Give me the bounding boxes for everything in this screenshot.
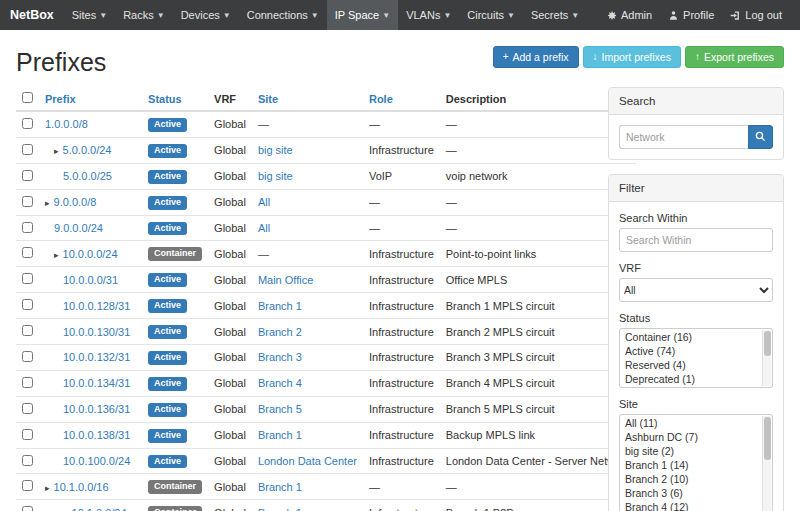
filter-option[interactable]: big site (2) (621, 444, 760, 458)
brand-logo[interactable]: NetBox (10, 0, 54, 30)
prefix-link[interactable]: 10.0.0.134/31 (63, 377, 130, 389)
prefix-link[interactable]: 10.0.0.0/24 (63, 248, 118, 260)
prefix-link[interactable]: 10.1.0.0/16 (54, 481, 109, 493)
import-prefixes-button[interactable]: ↓Import prefixes (583, 46, 681, 68)
filter-option[interactable]: All (11) (621, 416, 760, 430)
nav-item-circuits[interactable]: Circuits▼ (459, 0, 523, 30)
status-badge[interactable]: Active (148, 170, 187, 184)
row-checkbox[interactable] (22, 480, 33, 491)
site-link[interactable]: All (258, 196, 270, 208)
status-badge[interactable]: Active (148, 144, 187, 158)
status-badge[interactable]: Active (148, 351, 187, 365)
row-checkbox[interactable] (22, 351, 33, 362)
profile-link[interactable]: Profile (660, 0, 722, 30)
nav-item-ip-space[interactable]: IP Space▼ (327, 0, 398, 30)
nav-item-devices[interactable]: Devices▼ (173, 0, 239, 30)
site-filter-listbox[interactable]: All (11)Ashburn DC (7)big site (2)Branch… (619, 414, 773, 511)
filter-option[interactable]: Ashburn DC (7) (621, 430, 760, 444)
filter-option[interactable]: Reserved (4) (621, 358, 760, 372)
scrollbar[interactable] (762, 416, 771, 511)
prefix-link[interactable]: 10.0.0.132/31 (63, 351, 130, 363)
row-checkbox[interactable] (22, 144, 33, 155)
site-link[interactable]: Branch 5 (258, 403, 302, 415)
search-input[interactable] (619, 125, 748, 149)
site-link[interactable]: Branch 3 (258, 351, 302, 363)
status-badge[interactable]: Active (148, 299, 187, 313)
filter-option[interactable]: Container (16) (621, 330, 760, 344)
vrf-select[interactable]: All (619, 278, 773, 302)
row-checkbox[interactable] (22, 455, 33, 466)
site-link[interactable]: Branch 4 (258, 377, 302, 389)
row-checkbox[interactable] (22, 222, 33, 233)
row-checkbox[interactable] (22, 170, 33, 181)
search-within-input[interactable] (619, 228, 773, 252)
row-checkbox[interactable] (22, 118, 33, 129)
row-checkbox[interactable] (22, 403, 33, 414)
row-checkbox[interactable] (22, 506, 33, 511)
prefix-link[interactable]: 9.0.0.0/8 (54, 196, 97, 208)
filter-option[interactable]: Branch 3 (6) (621, 486, 760, 500)
status-badge[interactable]: Container (148, 247, 202, 261)
status-badge[interactable]: Container (148, 506, 202, 511)
prefix-link[interactable]: 5.0.0.0/25 (63, 170, 112, 182)
expand-icon[interactable]: ▸ (45, 198, 50, 208)
status-badge[interactable]: Container (148, 480, 202, 494)
filter-option[interactable]: Deprecated (1) (621, 372, 760, 386)
status-badge[interactable]: Active (148, 273, 187, 287)
scrollbar[interactable] (762, 330, 771, 386)
add-prefix-button[interactable]: +Add a prefix (493, 46, 579, 68)
row-checkbox[interactable] (22, 247, 33, 258)
prefix-link[interactable]: 10.0.0.138/31 (63, 429, 130, 441)
prefix-link[interactable]: 1.0.0.0/8 (45, 118, 88, 130)
status-badge[interactable]: Active (148, 196, 187, 210)
nav-item-racks[interactable]: Racks▼ (115, 0, 172, 30)
filter-option[interactable]: Branch 1 (14) (621, 458, 760, 472)
status-badge[interactable]: Active (148, 118, 187, 132)
status-badge[interactable]: Active (148, 222, 187, 236)
row-checkbox[interactable] (22, 377, 33, 388)
prefix-link[interactable]: 10.0.0.136/31 (63, 403, 130, 415)
column-header-site[interactable]: Site (258, 93, 278, 105)
prefix-link[interactable]: 10.0.0.130/31 (63, 326, 130, 338)
row-checkbox[interactable] (22, 325, 33, 336)
site-link[interactable]: Main Office (258, 274, 313, 286)
expand-icon[interactable]: ▸ (45, 483, 50, 493)
prefix-link[interactable]: 10.0.0.128/31 (63, 300, 130, 312)
site-link[interactable]: Branch 1 (258, 481, 302, 493)
filter-option[interactable]: Branch 2 (10) (621, 472, 760, 486)
row-checkbox[interactable] (22, 273, 33, 284)
site-link[interactable]: Branch 1 (258, 507, 302, 511)
prefix-link[interactable]: 10.0.100.0/24 (63, 455, 130, 467)
site-link[interactable]: big site (258, 144, 293, 156)
prefix-link[interactable]: 10.0.0.0/31 (63, 274, 118, 286)
column-header-prefix[interactable]: Prefix (45, 93, 76, 105)
column-header-status[interactable]: Status (148, 93, 182, 105)
admin-link[interactable]: Admin (598, 0, 660, 30)
row-checkbox[interactable] (22, 429, 33, 440)
status-badge[interactable]: Active (148, 429, 187, 443)
expand-icon[interactable]: ▸ (54, 250, 59, 260)
status-filter-listbox[interactable]: Container (16)Active (74)Reserved (4)Dep… (619, 328, 773, 388)
site-link[interactable]: big site (258, 170, 293, 182)
select-all-checkbox[interactable] (22, 92, 33, 103)
nav-item-sites[interactable]: Sites▼ (64, 0, 115, 30)
prefix-link[interactable]: 9.0.0.0/24 (54, 222, 103, 234)
status-badge[interactable]: Active (148, 325, 187, 339)
nav-item-secrets[interactable]: Secrets▼ (523, 0, 587, 30)
site-link[interactable]: All (258, 222, 270, 234)
filter-option[interactable]: Branch 4 (12) (621, 500, 760, 511)
prefix-link[interactable]: 10.1.0.0/24 (72, 507, 127, 511)
site-link[interactable]: Branch 1 (258, 429, 302, 441)
status-badge[interactable]: Active (148, 403, 187, 417)
site-link[interactable]: Branch 1 (258, 300, 302, 312)
logout-link[interactable]: Log out (722, 0, 790, 30)
filter-option[interactable]: Active (74) (621, 344, 760, 358)
row-checkbox[interactable] (22, 299, 33, 310)
status-badge[interactable]: Active (148, 455, 187, 469)
export-prefixes-button[interactable]: ↑Export prefixes (685, 46, 784, 68)
status-badge[interactable]: Active (148, 377, 187, 391)
site-link[interactable]: Branch 2 (258, 326, 302, 338)
search-button[interactable] (748, 125, 773, 149)
expand-icon[interactable]: ▸ (54, 146, 59, 156)
column-header-role[interactable]: Role (369, 93, 393, 105)
